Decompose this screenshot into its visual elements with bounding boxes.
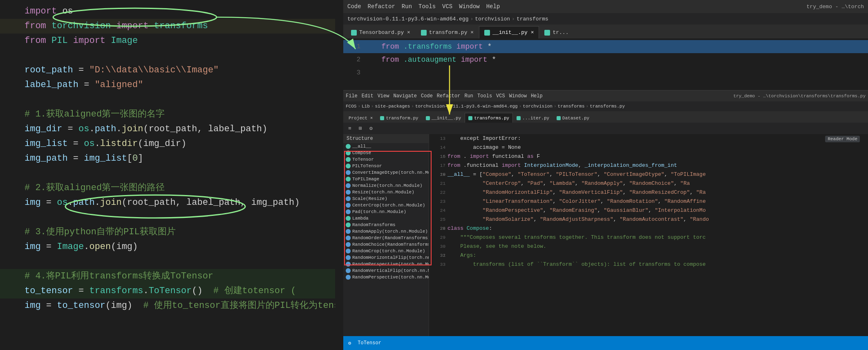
status-text: ⚙	[348, 340, 351, 346]
bc-torchvision: torchvision	[523, 104, 553, 109]
tab-transform[interactable]: transform.py ×	[416, 26, 479, 38]
code-line-blank2	[0, 92, 335, 107]
struct-lambda-icon	[346, 216, 351, 221]
struct-scale[interactable]: Scale(Resize)	[343, 195, 429, 202]
struct-totensor[interactable]: ToTensor	[343, 156, 429, 163]
bottom-main: Structure __all__ Compose ToTensor PILTo…	[343, 134, 868, 348]
bottom-tab-project[interactable]: Project ×	[345, 113, 376, 123]
struct-randomvflip-label: RandomVerticalFlip(torch.nn.Module)	[352, 268, 429, 273]
toolbar-btn-1[interactable]: ≡	[346, 124, 354, 132]
bottom-toolbar: ≡ ⊞ ⚙	[343, 123, 868, 134]
bottom-tab-iter-label: ...iter.py	[522, 116, 549, 121]
bottom-tab-dataset[interactable]: Dataset.py	[553, 113, 593, 123]
tab-tr-icon	[544, 30, 550, 36]
tab-tensorboard[interactable]: Tensorboard.py ×	[346, 26, 416, 38]
tab-tr-label: tr...	[553, 29, 568, 36]
code-line-12: # 3.使用python自带的PIL获取图片	[0, 225, 335, 240]
bottom-menu-file[interactable]: File	[346, 93, 358, 99]
bottom-menu-help[interactable]: Help	[531, 93, 543, 99]
struct-randomapply[interactable]: RandomApply(torch.nn.Module)	[343, 228, 429, 235]
bottom-menu-code[interactable]: Code	[421, 93, 433, 99]
struct-randomtransforms[interactable]: RandomTransforms	[343, 222, 429, 228]
struct-all[interactable]: __all__	[343, 143, 429, 150]
struct-randomvflip[interactable]: RandomVerticalFlip(torch.nn.Module)	[343, 267, 429, 274]
bottom-tabs: Project × transform.py __init__.py trans…	[343, 111, 868, 123]
top-code-line-3: 3	[343, 66, 868, 67]
code-line-blank3	[0, 166, 335, 181]
menu-code[interactable]: Code	[347, 3, 361, 10]
struct-randomcrop-label: RandomCrop(torch.nn.Module)	[352, 249, 425, 254]
struct-randomhflip[interactable]: RandomHorizontalFlip(torch.nn.Module)	[343, 254, 429, 261]
struct-scale-label: Scale(Resize)	[352, 196, 387, 201]
code-l32: 32 Args:	[429, 251, 868, 260]
struct-resize-icon	[346, 190, 351, 195]
toolbar-btn-3[interactable]: ⚙	[367, 124, 375, 132]
bottom-menu-vcs[interactable]: VCS	[496, 93, 505, 99]
struct-convertimagedtype[interactable]: ConvertImageDtype(torch.nn.Module)	[343, 169, 429, 176]
bc-fcos: FCOS	[346, 104, 356, 109]
struct-centercrop-icon	[346, 203, 351, 208]
struct-randomcrop[interactable]: RandomCrop(torch.nn.Module)	[343, 248, 429, 254]
bottom-tab-iter[interactable]: ...iter.py	[513, 113, 553, 123]
struct-randomorder[interactable]: RandomOrder(RandomTransforms)	[343, 235, 429, 241]
struct-pad[interactable]: Pad(torch.nn.Module)	[343, 209, 429, 215]
bottom-tab-transform[interactable]: transform.py	[376, 113, 422, 123]
menu-tools[interactable]: Tools	[418, 3, 436, 10]
bottom-tab-transforms-py[interactable]: transforms.py	[465, 113, 513, 123]
left-code-panel: import os from torchvision import transf…	[0, 0, 335, 350]
code-line-blank5	[0, 254, 335, 269]
menu-help[interactable]: Help	[486, 3, 500, 10]
bottom-tab-transform-icon	[380, 116, 384, 120]
struct-topilimage[interactable]: ToPILImage	[343, 176, 429, 182]
bottom-tab-init[interactable]: __init__.py	[422, 113, 465, 123]
struct-randomperspective2[interactable]: RandomPerspective(torch.nn.Module)	[343, 274, 429, 280]
code-line-8: img_list = os.listdir(img_dir)	[0, 137, 335, 151]
breadcrumb-transforms: transforms	[517, 16, 548, 22]
top-tabs: Tensorboard.py × transform.py × __init__…	[343, 25, 868, 38]
code-line-2: from torchvision import transforms	[0, 19, 335, 34]
code-l17: 17 from .functional import Interpolation…	[429, 161, 868, 170]
struct-resize[interactable]: Resize(torch.nn.Module)	[343, 189, 429, 195]
bottom-menu-view[interactable]: View	[378, 93, 389, 99]
struct-totensor-label: ToTensor	[352, 157, 374, 162]
code-line-6: # 1.获取aligned第一张图的名字	[0, 107, 335, 122]
menu-vcs[interactable]: VCS	[442, 3, 452, 10]
bottom-menu-run[interactable]: Run	[464, 93, 473, 99]
code-line-1: import os	[0, 4, 335, 19]
struct-resize-label: Resize(torch.nn.Module)	[352, 190, 414, 195]
bottom-menu-navigate[interactable]: Navigate	[393, 93, 417, 99]
struct-randomperspective-label: RandomPerspective(torch.nn.Module)	[352, 262, 429, 267]
struct-compose[interactable]: Compose	[343, 150, 429, 156]
toolbar-btn-2[interactable]: ⊞	[356, 124, 365, 132]
code-l24: 24 "RandomPerspective", "RandomErasing",…	[429, 206, 868, 215]
keyword-from: from	[25, 19, 46, 33]
struct-piltotensor[interactable]: PILToTensor	[343, 163, 429, 169]
bottom-menu-tools[interactable]: Tools	[477, 93, 492, 99]
struct-randomchoice[interactable]: RandomChoice(RandomTransforms)	[343, 241, 429, 248]
tab-init[interactable]: __init__.py ×	[479, 26, 539, 38]
bc-lib: Lib	[362, 104, 370, 109]
bottom-menu-window[interactable]: Window	[509, 93, 527, 99]
struct-centercrop[interactable]: CenterCrop(torch.nn.Module)	[343, 202, 429, 209]
bottom-tab-iter-icon	[517, 116, 521, 120]
tab-tr[interactable]: tr...	[539, 26, 574, 38]
code-l25: 25 "RandomSolarize", "RandomAdjustSharpn…	[429, 215, 868, 224]
right-top-panel: Code Refactor Run Tools VCS Window Help …	[343, 0, 868, 90]
struct-randomperspective[interactable]: RandomPerspective(torch.nn.Module)	[343, 261, 429, 267]
struct-randomtransforms-icon	[346, 222, 351, 227]
code-line-9: img_path = img_list[0]	[0, 151, 335, 166]
bottom-menu-refactor[interactable]: Refactor	[437, 93, 461, 99]
struct-totensor-icon	[346, 157, 351, 162]
code-l22: 22 "RandomHorizontalFlip", "RandomVertic…	[429, 188, 868, 197]
struct-normalize[interactable]: Normalize(torch.nn.Module)	[343, 182, 429, 189]
menu-run[interactable]: Run	[402, 3, 412, 10]
status-totensor: ToTensor	[358, 340, 381, 346]
struct-lambda[interactable]: Lambda	[343, 215, 429, 222]
bottom-tab-init-label: __init__.py	[432, 116, 461, 121]
bottom-menu-edit[interactable]: Edit	[362, 93, 374, 99]
menu-window[interactable]: Window	[459, 3, 479, 10]
keyword-import2: import	[116, 19, 148, 33]
code-line-blank1	[0, 48, 335, 63]
bottom-tab-transform-label: transform.py	[386, 116, 418, 121]
menu-refactor[interactable]: Refactor	[368, 3, 395, 10]
